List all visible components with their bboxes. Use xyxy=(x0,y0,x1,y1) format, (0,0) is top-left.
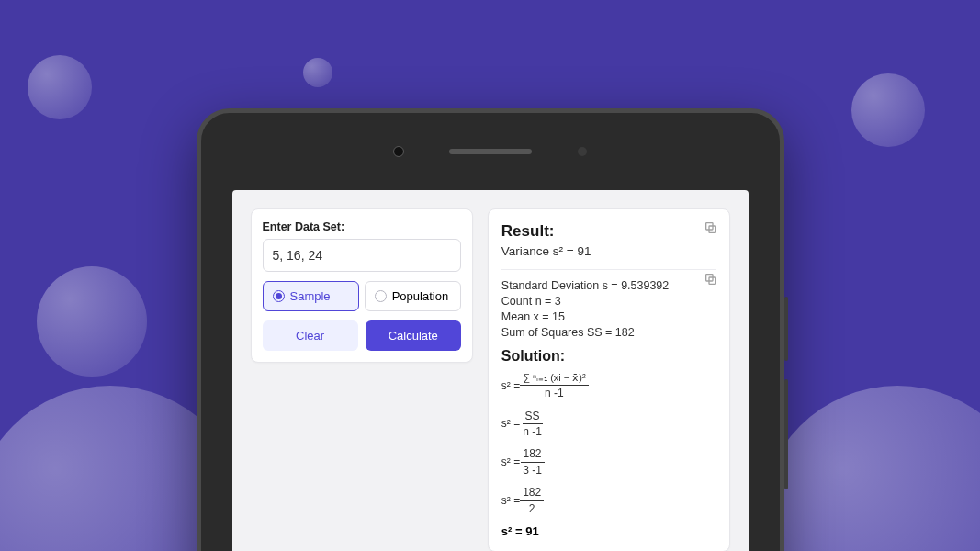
radio-selected-icon xyxy=(273,290,285,302)
result-card: Result: Variance s² = 91 Standard Deviat… xyxy=(488,208,730,551)
formula-step: s² = SS n -1 xyxy=(501,410,716,439)
sample-radio[interactable]: Sample xyxy=(263,281,359,311)
final-answer: s² = 91 xyxy=(501,524,716,538)
clear-button[interactable]: Clear xyxy=(263,320,358,351)
formula-lhs: s² = xyxy=(501,417,520,430)
formula-denominator: 2 xyxy=(526,501,538,515)
variance-value: Variance s² = 91 xyxy=(501,244,716,258)
bg-bubble xyxy=(28,55,92,119)
bg-bubble xyxy=(760,386,980,551)
formula-step: s² = ∑ ⁿᵢ₌₁ (xi − x̄)² n -1 xyxy=(501,372,716,400)
bg-bubble xyxy=(851,73,925,147)
formula-step: s² = 182 2 xyxy=(501,486,716,515)
count-value: Count n = 3 xyxy=(501,295,716,308)
copy-icon[interactable] xyxy=(704,220,718,239)
formula-denominator: n -1 xyxy=(520,424,545,438)
mean-value: Mean x = 15 xyxy=(501,310,716,323)
divider xyxy=(501,269,716,270)
formula-numerator: ∑ ⁿᵢ₌₁ (xi − x̄)² xyxy=(520,372,588,386)
formula-lhs: s² = xyxy=(501,494,520,507)
population-radio[interactable]: Population xyxy=(365,281,461,311)
tablet-device-frame: Enter Data Set: Sample Population Clear … xyxy=(197,108,784,551)
formula-denominator: n -1 xyxy=(542,386,567,399)
device-side-button xyxy=(784,379,788,489)
app-screen: Enter Data Set: Sample Population Clear … xyxy=(232,190,749,551)
data-set-input[interactable] xyxy=(263,239,461,272)
bg-bubble xyxy=(303,58,332,87)
result-title: Result: xyxy=(501,222,716,241)
std-dev-value: Standard Deviation s = 9.539392 xyxy=(501,279,716,292)
formula-lhs: s² = xyxy=(501,379,520,392)
population-radio-label: Population xyxy=(392,289,448,303)
ss-value: Sum of Squares SS = 182 xyxy=(501,326,716,339)
device-speaker xyxy=(449,149,532,154)
formula-lhs: s² = xyxy=(501,455,520,468)
data-set-label: Enter Data Set: xyxy=(263,220,461,233)
device-sensor xyxy=(578,147,587,156)
solution-title: Solution: xyxy=(501,348,716,365)
bg-bubble xyxy=(37,266,147,377)
sample-radio-label: Sample xyxy=(290,289,331,303)
formula-numerator: 182 xyxy=(520,486,544,500)
formula-step: s² = 182 3 -1 xyxy=(501,447,716,477)
calculate-button[interactable]: Calculate xyxy=(366,320,461,351)
formula-numerator: SS xyxy=(523,410,543,424)
device-side-button xyxy=(784,297,788,361)
copy-icon[interactable] xyxy=(704,272,718,290)
sample-type-group: Sample Population xyxy=(263,281,461,311)
input-card: Enter Data Set: Sample Population Clear … xyxy=(251,208,473,363)
formula-numerator: 182 xyxy=(521,447,545,462)
radio-unselected-icon xyxy=(375,290,387,302)
device-camera xyxy=(394,147,403,156)
action-buttons: Clear Calculate xyxy=(263,320,461,351)
formula-denominator: 3 -1 xyxy=(520,463,545,477)
